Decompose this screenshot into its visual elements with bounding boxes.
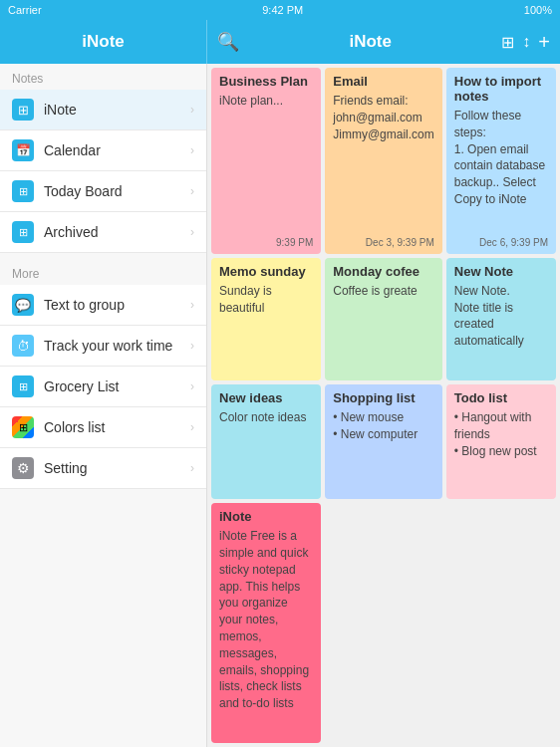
chevron-icon: › [190, 339, 194, 353]
note-body: Coffee is greate [333, 283, 434, 374]
section-notes-label: Notes [0, 64, 206, 90]
sidebar-item-archived[interactable]: ⊞ Archived › [0, 212, 206, 253]
text-group-icon: 💬 [12, 294, 34, 316]
note-card-new-note[interactable]: New NoteNew Note. Note title is created … [446, 258, 556, 380]
note-title: Monday cofee [333, 264, 434, 279]
chevron-icon: › [190, 143, 194, 157]
note-body: Sunday is beautiful [219, 283, 313, 374]
note-title: Email [333, 74, 434, 89]
note-card-inote-desc[interactable]: iNoteiNote Free is a simple and quick st… [211, 503, 321, 743]
note-body: Follow these steps: 1. Open email contai… [454, 108, 548, 233]
note-body: iNote Free is a simple and quick sticky … [219, 528, 313, 737]
note-card-email[interactable]: EmailFriends email: john@gmail.com Jimmy… [325, 68, 442, 254]
note-timestamp: Dec 3, 9:39 PM [333, 237, 434, 248]
note-card-memo-sunday[interactable]: Memo sundaySunday is beautiful [211, 258, 321, 380]
sidebar-label-setting: Setting [44, 460, 190, 476]
search-icon[interactable]: 🔍 [217, 31, 239, 53]
sidebar-item-today-board[interactable]: ⊞ Today Board › [0, 171, 206, 212]
note-timestamp: Dec 6, 9:39 PM [454, 237, 548, 248]
chevron-icon: › [190, 420, 194, 434]
note-card-new-ideas[interactable]: New ideasColor note ideas [211, 384, 321, 499]
note-title: New ideas [219, 390, 313, 405]
sidebar-item-text-to-group[interactable]: 💬 Text to group › [0, 285, 206, 326]
chevron-icon: › [190, 298, 194, 312]
sidebar-item-colors-list[interactable]: ⊞ Colors list › [0, 407, 206, 448]
sidebar-item-grocery-list[interactable]: ⊞ Grocery List › [0, 367, 206, 407]
sort-icon[interactable]: ↕ [522, 33, 530, 51]
note-card-shopping-list[interactable]: Shopping list• New mouse • New computer [325, 384, 442, 499]
sidebar-label-archived: Archived [44, 224, 190, 240]
chevron-icon: › [190, 225, 194, 239]
sidebar: Notes ⊞ iNote › 📅 Calendar › ⊞ Today Boa… [0, 64, 207, 747]
section-more-label: More [0, 259, 206, 285]
note-title: Business Plan [219, 74, 313, 89]
sidebar-label-today-board: Today Board [44, 183, 190, 199]
sidebar-label-inote: iNote [44, 102, 190, 118]
note-body: Color note ideas [219, 409, 313, 493]
note-body: New Note. Note title is created automati… [454, 283, 548, 374]
chevron-icon: › [190, 461, 194, 475]
sidebar-label-text-group: Text to group [44, 297, 190, 313]
note-title: Todo list [454, 390, 548, 405]
note-title: Memo sunday [219, 264, 313, 279]
sidebar-label-grocery: Grocery List [44, 378, 190, 394]
note-card-monday-coffee[interactable]: Monday cofeeCoffee is greate [325, 258, 442, 380]
grid-icon[interactable]: ⊞ [501, 33, 514, 52]
colors-icon: ⊞ [12, 416, 34, 438]
chevron-icon: › [190, 103, 194, 117]
grocery-icon: ⊞ [12, 375, 34, 397]
sidebar-item-track-work[interactable]: ⏱ Track your work time › [0, 326, 206, 367]
note-card-how-to-import[interactable]: How to import notesFollow these steps: 1… [446, 68, 556, 254]
time-label: 9:42 PM [262, 4, 303, 16]
calendar-icon: 📅 [12, 139, 34, 161]
sidebar-label-calendar: Calendar [44, 142, 190, 158]
note-title: iNote [219, 509, 313, 524]
sidebar-item-calendar[interactable]: 📅 Calendar › [0, 130, 206, 171]
today-board-icon: ⊞ [12, 180, 34, 202]
carrier-label: Carrier [8, 4, 42, 16]
gear-icon: ⚙ [12, 457, 34, 479]
sidebar-label-colors: Colors list [44, 419, 190, 435]
content-area: Business PlaniNote plan...9:39 PMEmailFr… [207, 64, 560, 747]
content-title: iNote [349, 32, 392, 52]
note-title: Shopping list [333, 390, 434, 405]
note-timestamp: 9:39 PM [219, 237, 313, 248]
battery-label: 100% [524, 4, 552, 16]
note-body: • Hangout with friends • Blog new post [454, 409, 548, 493]
add-icon[interactable]: + [538, 31, 550, 54]
status-bar: Carrier 9:42 PM 100% [0, 0, 560, 20]
chevron-icon: › [190, 184, 194, 198]
note-title: How to import notes [454, 74, 548, 104]
note-body: iNote plan... [219, 93, 313, 233]
chevron-icon: › [190, 379, 194, 393]
note-body: Friends email: john@gmail.com Jimmy@gmai… [333, 93, 434, 233]
notes-grid: Business PlaniNote plan...9:39 PMEmailFr… [207, 64, 560, 747]
sidebar-item-setting[interactable]: ⚙ Setting › [0, 448, 206, 489]
note-card-todo-list[interactable]: Todo list• Hangout with friends • Blog n… [446, 384, 556, 499]
inote-icon: ⊞ [12, 99, 34, 121]
note-card-business-plan[interactable]: Business PlaniNote plan...9:39 PM [211, 68, 321, 254]
toolbar-right: ⊞ ↕ + [501, 31, 550, 54]
sidebar-item-inote[interactable]: ⊞ iNote › [0, 90, 206, 130]
note-title: New Note [454, 264, 548, 279]
track-work-icon: ⏱ [12, 335, 34, 357]
sidebar-app-title: iNote [82, 32, 125, 52]
note-body: • New mouse • New computer [333, 409, 434, 493]
sidebar-label-track-work: Track your work time [44, 338, 190, 354]
archived-icon: ⊞ [12, 221, 34, 243]
